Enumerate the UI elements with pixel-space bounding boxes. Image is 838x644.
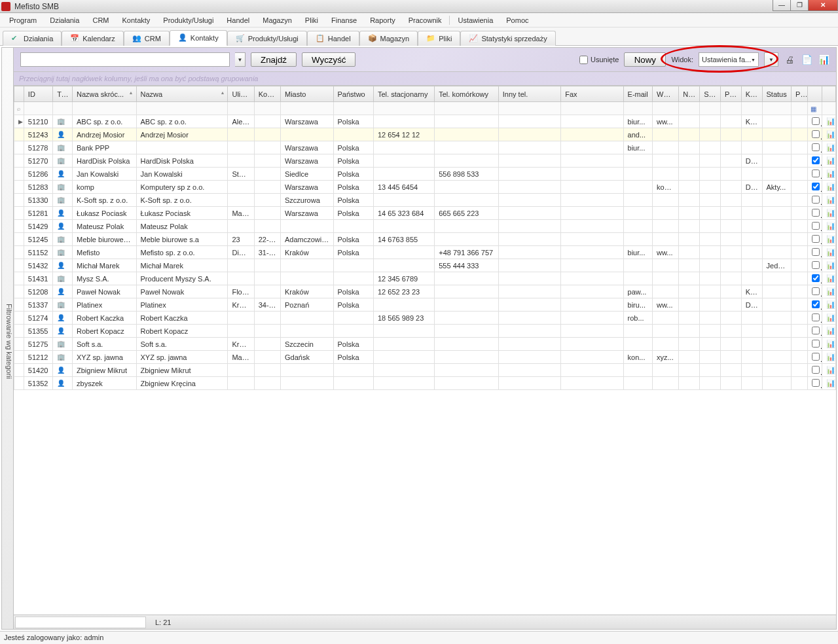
menu-pomoc[interactable]: Pomoc (500, 14, 535, 26)
mag-icon (368, 34, 377, 43)
contacts-icon (178, 33, 187, 43)
menu-crm[interactable]: CRM (86, 14, 115, 26)
tab-pliki[interactable]: Pliki (418, 31, 460, 46)
tab-crm[interactable]: CRM (124, 31, 170, 46)
tab-handel[interactable]: Handel (307, 31, 359, 46)
menu-pracownik[interactable]: Pracownik (402, 14, 448, 26)
file-icon (426, 34, 435, 43)
stats-icon (469, 34, 478, 43)
crm-icon (132, 34, 141, 43)
menu-raporty[interactable]: Raporty (363, 14, 402, 26)
maximize-button[interactable] (790, 0, 809, 11)
tab-magazyn[interactable]: Magazyn (359, 31, 418, 46)
prod-icon (236, 34, 245, 43)
menu-ustawienia[interactable]: Ustawienia (451, 14, 500, 26)
tab-strip: DziałaniaKalendarzCRMKontaktyProdukty/Us… (0, 27, 838, 46)
tab-produktyusugi[interactable]: Produkty/Usługi (227, 31, 307, 46)
tab-kontakty[interactable]: Kontakty (170, 30, 227, 46)
tab-kalendarz[interactable]: Kalendarz (62, 31, 124, 46)
tab-statystykisprzeday[interactable]: Statystyki sprzedaży (460, 31, 555, 46)
menu-pliki[interactable]: Pliki (299, 14, 325, 26)
app-icon (1, 2, 10, 11)
menu-działania[interactable]: Działania (43, 14, 86, 26)
cal-icon (70, 34, 79, 43)
menu-kontakty[interactable]: Kontakty (116, 14, 157, 26)
tab-dziaania[interactable]: Działania (3, 31, 62, 46)
handel-icon (316, 34, 325, 43)
menu-finanse[interactable]: Finanse (325, 14, 363, 26)
close-button[interactable] (808, 0, 838, 11)
check-icon (11, 34, 20, 43)
window-title: Mefisto SMB (14, 2, 59, 11)
menu-produkty/usługi[interactable]: Produkty/Usługi (156, 14, 220, 26)
title-bar: Mefisto SMB (0, 0, 838, 13)
menu-magazyn[interactable]: Magazyn (256, 14, 299, 26)
menu-handel[interactable]: Handel (220, 14, 256, 26)
menu-bar: ProgramDziałaniaCRMKontaktyProdukty/Usłu… (0, 13, 838, 27)
menu-program[interactable]: Program (3, 14, 43, 26)
minimize-button[interactable] (773, 0, 791, 11)
